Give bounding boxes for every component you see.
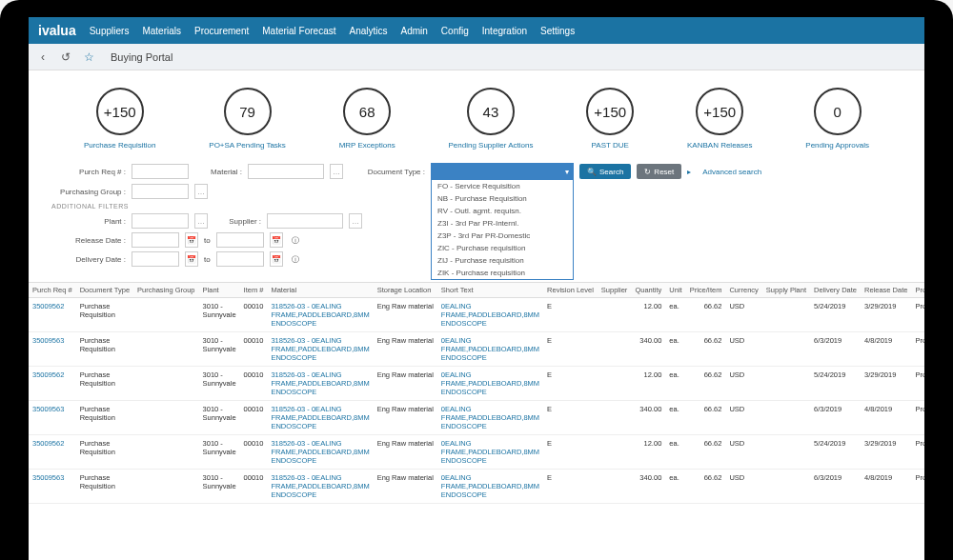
- info-icon[interactable]: ⓘ: [289, 232, 302, 248]
- material-input[interactable]: [248, 164, 324, 179]
- doc-type-option[interactable]: RV - Outl. agmt. requisn.: [432, 205, 573, 217]
- reset-button[interactable]: ↻ Reset: [637, 164, 681, 179]
- short-text-link[interactable]: 0EALING FRAME,PADDLEBOARD,8MM ENDOSCOPE: [437, 470, 543, 504]
- release-date-to-input[interactable]: [216, 232, 264, 248]
- purchasing-group-input[interactable]: [132, 184, 189, 199]
- search-button[interactable]: 🔍 Search: [579, 164, 631, 179]
- calendar-icon[interactable]: 📅: [185, 232, 198, 248]
- cell-item: 00010: [240, 470, 268, 504]
- kpi-po-sa-pending-tasks[interactable]: 79PO+SA Pending Tasks: [209, 88, 286, 150]
- expand-icon[interactable]: ▸: [687, 168, 691, 176]
- cell-product-type: Product: [911, 470, 924, 504]
- col-quantity[interactable]: Quantity: [631, 283, 665, 298]
- doc-type-option[interactable]: ZIC - Purchase requisition: [432, 242, 573, 254]
- document-type-select[interactable]: ▾ FO - Service RequisitionNB - Purchase …: [431, 163, 574, 180]
- req-link[interactable]: 35009562: [29, 298, 76, 332]
- material-link[interactable]: 318526-03 - 0EALING FRAME,PADDLEBOARD,8M…: [267, 298, 373, 332]
- kpi-purchase-requisition[interactable]: +150Purchase Requisition: [84, 88, 156, 150]
- short-text-link[interactable]: 0EALING FRAME,PADDLEBOARD,8MM ENDOSCOPE: [437, 401, 543, 435]
- cell-supplier: [598, 435, 632, 470]
- material-link[interactable]: 318526-03 - 0EALING FRAME,PADDLEBOARD,8M…: [267, 367, 373, 401]
- col-products-types[interactable]: Products types: [911, 283, 924, 298]
- cell-storage: Eng Raw material: [374, 470, 437, 504]
- kpi-pending-approvals[interactable]: 0Pending Approvals: [805, 88, 869, 150]
- calendar-icon[interactable]: 📅: [185, 251, 198, 267]
- nav-suppliers[interactable]: Suppliers: [90, 26, 130, 36]
- material-link[interactable]: 318526-03 - 0EALING FRAME,PADDLEBOARD,8M…: [267, 332, 373, 367]
- history-icon[interactable]: ↺: [59, 50, 72, 64]
- req-link[interactable]: 35009562: [29, 435, 76, 470]
- doc-type-option[interactable]: ZIJ - Purchase requisition: [432, 254, 573, 267]
- cell-supplier: [598, 332, 632, 367]
- calendar-icon[interactable]: 📅: [270, 232, 283, 248]
- col-price-item[interactable]: Price/Item: [686, 283, 726, 298]
- doc-type-option[interactable]: ZIK - Purchase requisition: [432, 267, 573, 279]
- doc-type-option[interactable]: Z3I - 3rd Par PR-Internl.: [432, 217, 573, 230]
- kpi-past-due[interactable]: +150PAST DUE: [586, 88, 634, 150]
- short-text-link[interactable]: 0EALING FRAME,PADDLEBOARD,8MM ENDOSCOPE: [437, 367, 543, 401]
- col-unit[interactable]: Unit: [665, 283, 685, 298]
- release-date-from-input[interactable]: [132, 232, 179, 248]
- material-link[interactable]: 318526-03 - 0EALING FRAME,PADDLEBOARD,8M…: [267, 401, 373, 435]
- material-link[interactable]: 318526-03 - 0EALING FRAME,PADDLEBOARD,8M…: [267, 470, 373, 504]
- delivery-date-to-input[interactable]: [216, 251, 264, 267]
- cell-storage: Eng Raw material: [374, 332, 437, 367]
- plant-lookup-icon[interactable]: …: [194, 213, 208, 229]
- nav-config[interactable]: Config: [441, 26, 469, 36]
- nav-analytics[interactable]: Analytics: [349, 26, 387, 36]
- col-release-date[interactable]: Release Date: [861, 283, 911, 298]
- col-short-text[interactable]: Short Text: [437, 283, 543, 298]
- req-link[interactable]: 35009563: [29, 401, 76, 435]
- req-link[interactable]: 35009563: [29, 470, 76, 504]
- kpi-label: Purchase Requisition: [84, 141, 156, 150]
- short-text-link[interactable]: 0EALING FRAME,PADDLEBOARD,8MM ENDOSCOPE: [437, 298, 543, 332]
- purch-req-input[interactable]: [132, 164, 189, 179]
- nav-admin[interactable]: Admin: [401, 26, 428, 36]
- supplier-lookup-icon[interactable]: …: [349, 213, 362, 229]
- delivery-date-from-input[interactable]: [132, 251, 179, 267]
- kpi-pending-supplier-actions[interactable]: 43Pending Supplier Actions: [448, 88, 533, 150]
- cell-product-type: Product: [911, 435, 924, 470]
- col-supplier[interactable]: Supplier: [598, 283, 632, 298]
- nav-materials[interactable]: Materials: [142, 26, 181, 36]
- info-icon[interactable]: ⓘ: [289, 251, 302, 267]
- nav-material-forecast[interactable]: Material Forecast: [262, 26, 335, 36]
- short-text-link[interactable]: 0EALING FRAME,PADDLEBOARD,8MM ENDOSCOPE: [437, 435, 543, 470]
- nav-settings[interactable]: Settings: [540, 26, 575, 36]
- material-lookup-icon[interactable]: …: [330, 164, 343, 179]
- col-delivery-date[interactable]: Delivery Date: [810, 283, 861, 298]
- col-document-type[interactable]: Document Type: [76, 283, 133, 298]
- supplier-input[interactable]: [267, 213, 343, 229]
- col-material[interactable]: Material: [267, 283, 373, 298]
- kpi-kanban-releases[interactable]: +150KANBAN Releases: [687, 88, 752, 150]
- doc-type-option[interactable]: FO - Service Requisition: [432, 180, 573, 192]
- req-link[interactable]: 35009563: [29, 332, 76, 367]
- cell-storage: Eng Raw material: [374, 298, 437, 332]
- req-link[interactable]: 35009562: [29, 367, 76, 401]
- col-supply-plant[interactable]: Supply Plant: [762, 283, 810, 298]
- col-revision-level[interactable]: Revision Level: [543, 283, 598, 298]
- col-purchasing-group[interactable]: Purchasing Group: [133, 283, 198, 298]
- col-storage-location[interactable]: Storage Location: [374, 283, 437, 298]
- short-text-link[interactable]: 0EALING FRAME,PADDLEBOARD,8MM ENDOSCOPE: [437, 332, 543, 367]
- nav-procurement[interactable]: Procurement: [194, 26, 249, 36]
- back-icon[interactable]: ‹: [36, 50, 50, 64]
- kpi-row: +150Purchase Requisition79PO+SA Pending …: [29, 70, 924, 157]
- kpi-mrp-exceptions[interactable]: 68MRP Exceptions: [339, 88, 395, 150]
- col-item-[interactable]: Item #: [240, 283, 268, 298]
- advanced-search-link[interactable]: Advanced search: [702, 168, 761, 176]
- document-type-label: Document Type :: [349, 168, 425, 176]
- material-link[interactable]: 318526-03 - 0EALING FRAME,PADDLEBOARD,8M…: [267, 435, 373, 470]
- doc-type-option[interactable]: NB - Purchase Requisition: [432, 192, 573, 205]
- col-plant[interactable]: Plant: [199, 283, 240, 298]
- cell-plant: 3010 - Sunnyvale: [199, 367, 240, 401]
- purchasing-group-lookup-icon[interactable]: …: [194, 184, 208, 199]
- col-currency[interactable]: Currency: [725, 283, 761, 298]
- plant-input[interactable]: [132, 213, 189, 229]
- col-purch-req-[interactable]: Purch Req #: [29, 283, 76, 298]
- cell-product-type: Product: [911, 332, 924, 367]
- calendar-icon[interactable]: 📅: [270, 251, 283, 267]
- star-icon[interactable]: ☆: [82, 50, 95, 64]
- doc-type-option[interactable]: Z3P - 3rd Par PR-Domestic: [432, 230, 573, 242]
- nav-integration[interactable]: Integration: [482, 26, 527, 36]
